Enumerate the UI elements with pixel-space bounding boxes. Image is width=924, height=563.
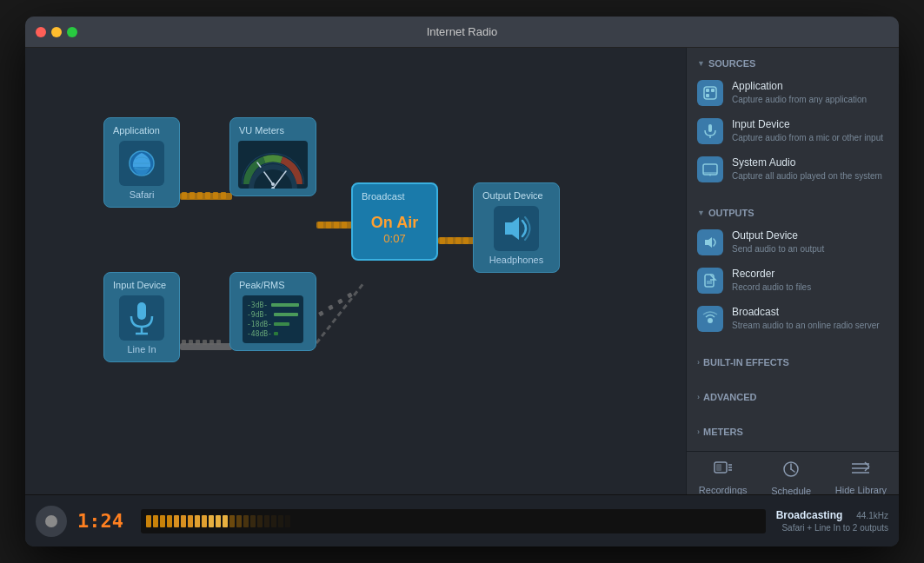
hide-library-icon (851, 461, 870, 481)
status-bar: 1:24 (25, 494, 899, 546)
input-device-icon (119, 295, 164, 341)
sidebar-item-application[interactable]: Application Capture audio from any appli… (687, 74, 899, 112)
svg-rect-15 (440, 237, 445, 244)
svg-rect-14 (342, 222, 347, 229)
svg-rect-9 (213, 192, 218, 199)
svg-rect-42 (706, 94, 709, 97)
level-dot (236, 515, 242, 527)
input-device-sidebar-icon (697, 118, 723, 144)
svg-rect-11 (318, 222, 323, 229)
svg-rect-12 (326, 222, 331, 229)
output-device-icon (494, 206, 539, 251)
traffic-lights (36, 27, 77, 37)
recordings-label: Recordings (699, 485, 748, 494)
svg-rect-40 (706, 89, 709, 92)
application-sidebar-icon (697, 80, 723, 106)
application-node-label: Safari (130, 189, 155, 200)
peak-level-3: -18dB- (247, 321, 299, 328)
output-device-node[interactable]: Output Device Headphones (473, 182, 560, 273)
sidebar-item-output-device[interactable]: Output Device Send audio to an output (687, 223, 899, 262)
recorder-sidebar-title: Recorder (732, 268, 888, 280)
schedule-button[interactable]: Schedule (761, 457, 821, 494)
hide-library-label: Hide Library (835, 485, 887, 494)
svg-rect-23 (209, 340, 214, 345)
hide-library-button[interactable]: Hide Library (825, 458, 897, 494)
minimize-button[interactable] (51, 27, 62, 37)
system-audio-sidebar-icon (697, 156, 723, 182)
level-dot (243, 515, 249, 527)
level-meter (141, 509, 766, 533)
svg-rect-2 (438, 237, 475, 244)
meters-header[interactable]: › METERS (687, 421, 899, 442)
sidebar-item-system-audio[interactable]: System Audio Capture all audio played on… (687, 150, 899, 189)
outputs-header[interactable]: ▼ OUTPUTS (687, 202, 899, 223)
svg-rect-10 (221, 192, 226, 199)
peak-rms-node[interactable]: Peak/RMS -3dB- -9dB- -18dB- (229, 272, 316, 351)
sidebar-item-recorder[interactable]: Recorder Record audio to files (687, 262, 899, 300)
svg-rect-18 (463, 237, 469, 244)
input-device-sidebar-title: Input Device (732, 118, 888, 130)
effects-chevron: › (697, 358, 700, 367)
schedule-label: Schedule (771, 486, 811, 494)
svg-rect-36 (137, 302, 146, 320)
vu-meters-node-title: VU Meters (237, 125, 284, 136)
peak-level-2: -9dB- (247, 311, 299, 319)
effects-header[interactable]: › BUILT-IN EFFECTS (687, 352, 899, 373)
svg-line-4 (316, 282, 364, 343)
application-sidebar-text: Application Capture audio from any appli… (732, 80, 888, 105)
status-frequency: 44.1kHz (856, 511, 888, 520)
svg-rect-20 (189, 340, 193, 345)
titlebar: Internet Radio (25, 17, 899, 48)
connections-svg (25, 48, 686, 494)
svg-rect-0 (180, 193, 232, 200)
level-dot (264, 515, 269, 527)
svg-rect-1 (316, 222, 353, 229)
level-dot (195, 515, 200, 527)
sidebar-item-broadcast[interactable]: Broadcast Stream audio to an online radi… (687, 300, 899, 338)
recordings-icon (714, 461, 733, 481)
peak-rms-node-title: Peak/RMS (237, 280, 285, 290)
system-audio-sidebar-text: System Audio Capture all audio played on… (732, 156, 888, 182)
level-dot (202, 515, 207, 527)
output-device-node-title: Output Device (481, 190, 543, 201)
vu-meters-node[interactable]: VU Meters (229, 117, 316, 196)
sources-header[interactable]: ▼ SOURCES (687, 53, 899, 74)
level-dot (153, 515, 158, 527)
level-dot (257, 515, 263, 527)
broadcast-node-title: Broadcast (360, 191, 405, 202)
recorder-sidebar-desc: Record audio to files (732, 282, 888, 293)
broadcast-status: On Air (371, 214, 418, 232)
application-node-title: Application (111, 125, 160, 136)
svg-point-32 (271, 182, 275, 186)
advanced-header[interactable]: › ADVANCED (687, 387, 899, 407)
svg-rect-24 (216, 340, 221, 345)
input-device-node-title: Input Device (111, 280, 166, 290)
peak-level-1: -3dB- (247, 301, 299, 309)
peak-level-4: -48dB- (247, 330, 299, 338)
application-sidebar-desc: Capture audio from any application (732, 94, 888, 105)
maximize-button[interactable] (67, 27, 77, 37)
svg-rect-5 (182, 192, 187, 199)
application-node[interactable]: Application Safari (103, 117, 180, 208)
svg-rect-17 (455, 237, 461, 244)
sidebar-item-input-device[interactable]: Input Device Capture audio from a mic or… (687, 112, 899, 150)
input-device-node[interactable]: Input Device Line In (103, 272, 180, 362)
application-node-icon (119, 141, 164, 186)
broadcast-node[interactable]: Broadcast On Air 0:07 (351, 182, 438, 261)
advanced-section: › ADVANCED (687, 381, 899, 413)
svg-marker-35 (505, 217, 519, 240)
advanced-label: ADVANCED (703, 392, 757, 402)
level-dot (271, 515, 276, 527)
close-button[interactable] (36, 27, 46, 37)
meters-section: › METERS (687, 416, 899, 447)
level-dot (181, 515, 186, 527)
level-dots (146, 515, 290, 527)
svg-rect-41 (711, 89, 715, 92)
record-button[interactable] (36, 506, 67, 537)
svg-rect-19 (182, 340, 186, 345)
recordings-button[interactable]: Recordings (688, 458, 758, 494)
output-device-sidebar-desc: Send audio to an output (732, 243, 888, 255)
svg-rect-39 (704, 87, 716, 99)
svg-rect-27 (337, 299, 343, 305)
bottom-toolbar: Recordings Schedule (687, 451, 899, 494)
